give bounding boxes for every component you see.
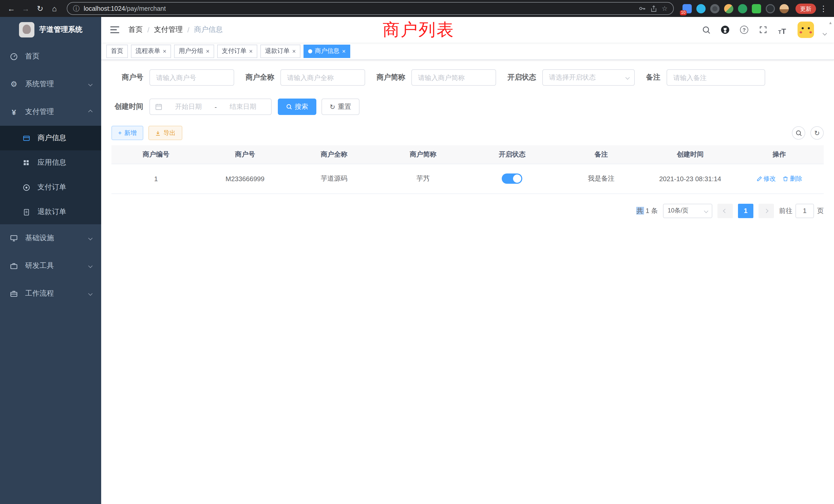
- close-icon[interactable]: ×: [163, 48, 167, 54]
- user-avatar[interactable]: [797, 22, 814, 38]
- merchant-name-input[interactable]: [280, 69, 365, 86]
- table-header-cell: 备注: [557, 145, 646, 164]
- add-button[interactable]: + 新增: [111, 126, 143, 140]
- extension-icon[interactable]: [696, 4, 706, 13]
- chrome-update-button[interactable]: 更新: [795, 3, 816, 14]
- filter-status: 开启状态 请选择开启状态: [507, 69, 635, 86]
- yen-icon: ¥: [9, 107, 19, 116]
- filter-label: 商户简称: [376, 73, 405, 82]
- cell-merchant-no: M233666999: [200, 164, 290, 193]
- close-icon[interactable]: ×: [206, 48, 210, 54]
- reset-button[interactable]: ↻ 重置: [322, 98, 359, 115]
- filter-label: 创建时间: [111, 102, 143, 111]
- extension-icon[interactable]: [710, 4, 720, 13]
- toggle-search-icon[interactable]: [792, 126, 805, 140]
- merchant-short-input[interactable]: [411, 69, 496, 86]
- extension-icon[interactable]: [780, 4, 789, 13]
- url-host: localhost:1024: [84, 5, 125, 12]
- sidebar-item-infrastructure[interactable]: 基础设施: [0, 224, 101, 252]
- close-icon[interactable]: ×: [249, 48, 253, 54]
- browser-back-icon[interactable]: ←: [5, 2, 18, 15]
- extension-icon[interactable]: [752, 4, 761, 13]
- tab-home[interactable]: 首页: [106, 44, 128, 58]
- font-size-icon[interactable]: TT: [777, 25, 787, 35]
- avatar-caret-icon[interactable]: [823, 31, 827, 36]
- extension-icon[interactable]: 10: [682, 4, 692, 13]
- sidebar-item-workflow[interactable]: 工作流程: [0, 280, 101, 307]
- sidebar-item-label: 支付管理: [25, 107, 54, 116]
- tab-refund-order[interactable]: 退款订单 ×: [260, 44, 301, 58]
- edit-link[interactable]: 修改: [756, 174, 776, 183]
- search-icon[interactable]: [701, 25, 711, 35]
- filter-label: 备注: [646, 73, 660, 82]
- status-toggle[interactable]: [502, 174, 522, 184]
- share-icon[interactable]: [651, 5, 658, 12]
- sidebar-item-system[interactable]: ⚙ 系统管理: [0, 70, 101, 98]
- tab-user-group[interactable]: 用户分组 ×: [174, 44, 214, 58]
- tab-process-form[interactable]: 流程表单 ×: [131, 44, 171, 58]
- sidebar-item-payment[interactable]: ¥ 支付管理: [0, 98, 101, 126]
- chevron-down-icon: [626, 75, 630, 80]
- remark-input[interactable]: [666, 69, 765, 86]
- app-logo[interactable]: 芋道管理系统: [0, 17, 101, 43]
- cell-status: [467, 164, 557, 193]
- extension-icon[interactable]: [738, 4, 747, 13]
- goto-page-input[interactable]: [795, 204, 814, 218]
- refresh-table-icon[interactable]: ↻: [810, 126, 824, 140]
- table-header-cell: 商户号: [200, 145, 290, 164]
- next-page-button[interactable]: [759, 204, 774, 218]
- prev-page-button[interactable]: [718, 204, 733, 218]
- chevron-down-icon: [88, 82, 93, 87]
- plus-icon: +: [118, 129, 122, 137]
- status-select[interactable]: 请选择开启状态: [542, 69, 635, 86]
- toolbox-icon: [9, 261, 19, 271]
- avatar-eye: [808, 27, 810, 29]
- hamburger-icon[interactable]: [109, 24, 120, 36]
- browser-home-icon[interactable]: ⌂: [48, 2, 61, 15]
- help-icon[interactable]: ?: [739, 25, 749, 35]
- close-icon[interactable]: ×: [342, 48, 346, 54]
- sidebar-item-label: 基础设施: [25, 233, 54, 243]
- delete-link[interactable]: 删除: [783, 174, 802, 183]
- password-key-icon[interactable]: [639, 5, 646, 12]
- main-area: 首页 / 支付管理 / 商户信息 ?: [101, 17, 834, 504]
- extension-icon[interactable]: [766, 4, 775, 13]
- browser-forward-icon[interactable]: →: [20, 2, 32, 15]
- close-icon[interactable]: ×: [292, 48, 296, 54]
- breadcrumb-home[interactable]: 首页: [128, 25, 143, 35]
- search-button[interactable]: 搜索: [278, 98, 316, 115]
- github-icon[interactable]: [720, 25, 730, 35]
- tab-merchant-info[interactable]: 商户信息 ×: [304, 44, 350, 58]
- filter-merchant-no: 商户号: [111, 69, 234, 86]
- table-header-cell: 操作: [734, 145, 824, 164]
- page-size-select[interactable]: 10条/页: [663, 204, 712, 218]
- fullscreen-icon[interactable]: [758, 25, 768, 35]
- export-button[interactable]: 导出: [148, 126, 182, 140]
- sidebar-subitem-pay-order[interactable]: 支付订单: [0, 175, 101, 200]
- filter-row-2: 创建时间 开始日期 - 结束日期 搜索: [111, 98, 824, 115]
- sidebar-subitem-refund-order[interactable]: 退款订单: [0, 200, 101, 224]
- breadcrumb-payment[interactable]: 支付管理: [154, 25, 183, 35]
- scrollbar-up-arrow[interactable]: ▲: [828, 21, 832, 25]
- bookmark-star-icon[interactable]: ☆: [662, 5, 667, 12]
- create-time-range-picker[interactable]: 开始日期 - 结束日期: [150, 98, 272, 115]
- page-unit-label: 页: [817, 206, 824, 215]
- dashboard-icon: [9, 52, 19, 61]
- merchant-no-input[interactable]: [150, 69, 234, 86]
- browser-reload-icon[interactable]: ↻: [34, 2, 46, 15]
- site-info-icon[interactable]: ⓘ: [73, 4, 80, 13]
- browser-toolbar: ← → ↻ ⌂ ⓘ localhost:1024/pay/merchant ☆ …: [0, 0, 834, 17]
- page-number-button[interactable]: 1: [738, 204, 753, 218]
- sidebar-item-label: 研发工具: [25, 261, 54, 271]
- goto-label: 前往: [779, 206, 792, 215]
- extension-icon[interactable]: [724, 4, 733, 13]
- pagination-total-rest: 1 条: [644, 207, 658, 214]
- filter-remark: 备注: [646, 69, 765, 86]
- url-bar[interactable]: ⓘ localhost:1024/pay/merchant ☆: [67, 2, 674, 15]
- sidebar-subitem-merchant-info[interactable]: 商户信息: [0, 126, 101, 151]
- sidebar-item-dev-tools[interactable]: 研发工具: [0, 252, 101, 280]
- sidebar-item-home[interactable]: 首页: [0, 43, 101, 70]
- tab-pay-order[interactable]: 支付订单 ×: [217, 44, 257, 58]
- sidebar-subitem-app-info[interactable]: 应用信息: [0, 151, 101, 175]
- browser-menu-icon[interactable]: ⋮: [820, 4, 827, 13]
